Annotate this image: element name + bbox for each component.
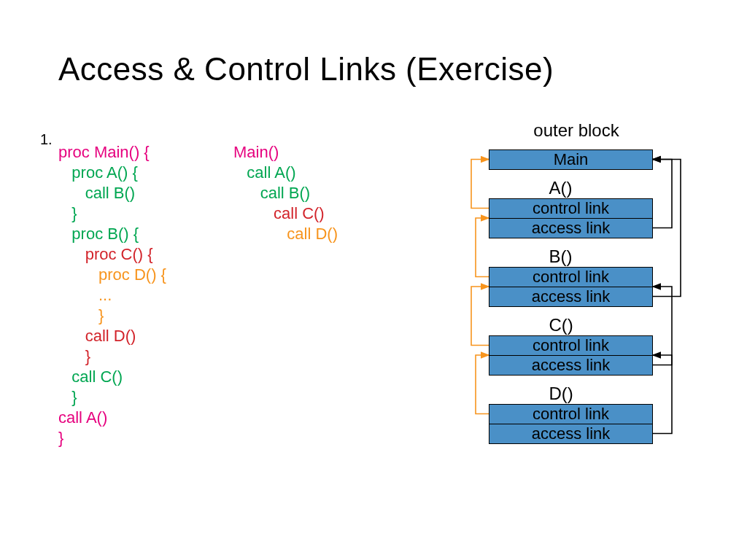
frame-row: Main bbox=[489, 150, 652, 169]
code-line: ... bbox=[58, 285, 166, 306]
frame-row: control link bbox=[489, 405, 652, 424]
code-line: proc C() { bbox=[58, 244, 166, 265]
code-line: } bbox=[58, 203, 166, 224]
code-line: proc D() { bbox=[58, 265, 166, 285]
page-title: Access & Control Links (Exercise) bbox=[58, 51, 554, 88]
list-number: 1. bbox=[40, 131, 53, 148]
code-line: call B() bbox=[58, 183, 166, 203]
code-line: } bbox=[58, 387, 166, 408]
code-block-right: Main() call A() call B() call C() call D… bbox=[233, 142, 338, 244]
frame-row: access link bbox=[489, 287, 652, 306]
activation-record: control linkaccess link bbox=[489, 335, 653, 376]
frame-label: B() bbox=[549, 246, 573, 267]
code-line: Main() bbox=[233, 142, 338, 163]
outer-block-label: outer block bbox=[511, 120, 642, 141]
code-line: call A() bbox=[233, 163, 338, 183]
code-line: } bbox=[58, 306, 166, 326]
activation-record: control linkaccess link bbox=[489, 198, 653, 238]
code-line: call D() bbox=[233, 224, 338, 244]
frame-label: A() bbox=[549, 178, 573, 198]
code-line: } bbox=[58, 428, 166, 448]
activation-record: control linkaccess link bbox=[489, 404, 653, 444]
frame-label: D() bbox=[549, 384, 573, 404]
code-line: call A() bbox=[58, 408, 166, 428]
frame-row: control link bbox=[489, 336, 652, 356]
frame-label: C() bbox=[549, 315, 573, 335]
frame-row: access link bbox=[489, 356, 652, 375]
activation-record: control linkaccess link bbox=[489, 267, 653, 307]
code-line: } bbox=[58, 346, 166, 367]
code-line: call B() bbox=[233, 183, 338, 203]
code-line: call D() bbox=[58, 326, 166, 346]
code-block-left: proc Main() { proc A() { call B() } proc… bbox=[58, 142, 166, 448]
frame-row: control link bbox=[489, 268, 652, 287]
frame-row: access link bbox=[489, 219, 652, 238]
frame-row: access link bbox=[489, 424, 652, 443]
code-line: call C() bbox=[233, 203, 338, 224]
stack-diagram: outer block MainA()control linkaccess li… bbox=[416, 120, 729, 529]
code-line: call C() bbox=[58, 367, 166, 387]
frame-row: control link bbox=[489, 199, 652, 219]
code-line: proc B() { bbox=[58, 224, 166, 244]
code-line: proc Main() { bbox=[58, 142, 166, 163]
activation-record: Main bbox=[489, 149, 653, 170]
code-line: proc A() { bbox=[58, 163, 166, 183]
